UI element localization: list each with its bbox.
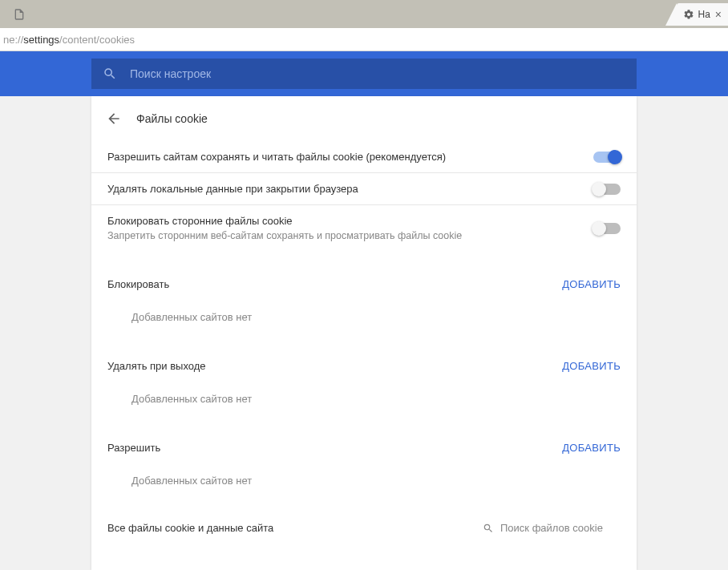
section-title: Блокировать [107, 278, 169, 290]
add-button[interactable]: ДОБАВИТЬ [562, 278, 621, 290]
settings-panel: Файлы cookie Разрешить сайтам сохранять … [91, 96, 637, 570]
toggle-allow-cookies[interactable] [593, 152, 621, 163]
toggle-block-third-party[interactable] [593, 223, 621, 234]
close-icon[interactable]: × [715, 9, 722, 20]
search-icon [103, 67, 117, 81]
setting-label: Удалять локальные данные при закрытии бр… [107, 183, 593, 195]
section-allow: Разрешить ДОБАВИТЬ Добавленных сайтов не… [91, 429, 637, 511]
address-bar[interactable]: ne://settings/content/cookies [0, 28, 728, 51]
cookie-search-box[interactable] [483, 522, 621, 534]
section-delete-on-exit: Удалять при выходе ДОБАВИТЬ Добавленных … [91, 347, 637, 429]
setting-allow-cookies: Разрешить сайтам сохранять и читать файл… [91, 141, 637, 173]
url-suffix: /content/cookies [59, 34, 135, 46]
back-button[interactable] [106, 111, 122, 127]
add-button[interactable]: ДОБАВИТЬ [562, 442, 621, 454]
all-cookies-title: Все файлы cookie и данные сайта [107, 522, 273, 534]
setting-label: Разрешить сайтам сохранять и читать файл… [107, 151, 593, 163]
empty-list-text: Добавленных сайтов нет [107, 380, 621, 418]
section-title: Разрешить [107, 442, 160, 454]
all-cookies-row: Все файлы cookie и данные сайта [91, 511, 637, 545]
toggle-knob [592, 221, 606, 236]
settings-search-input[interactable] [130, 67, 625, 80]
browser-tab-bar: На × [0, 0, 728, 28]
url-highlight: settings [23, 34, 59, 46]
toggle-delete-on-close[interactable] [593, 184, 621, 195]
setting-block-third-party: Блокировать сторонние файлы cookie Запре… [91, 205, 637, 251]
setting-label: Блокировать сторонние файлы cookie [107, 215, 593, 227]
setting-delete-on-close: Удалять локальные данные при закрытии бр… [91, 173, 637, 205]
setting-sublabel: Запретить сторонним веб-сайтам сохранять… [107, 230, 593, 241]
section-title: Удалять при выходе [107, 360, 206, 372]
tab-title: На [698, 9, 710, 20]
page-title: Файлы cookie [136, 112, 208, 125]
empty-list-text: Добавленных сайтов нет [107, 298, 621, 336]
content-area: Файлы cookie Разрешить сайтам сохранять … [0, 96, 728, 570]
search-icon [483, 523, 494, 534]
cookie-search-input[interactable] [500, 522, 621, 534]
empty-list-text: Добавленных сайтов нет [107, 462, 621, 499]
panel-header: Файлы cookie [91, 96, 637, 141]
settings-search-box[interactable] [91, 59, 637, 89]
add-button[interactable]: ДОБАВИТЬ [562, 360, 621, 372]
gear-icon [683, 9, 694, 20]
settings-header [0, 51, 728, 96]
url-prefix: ne:// [3, 34, 23, 46]
new-tab-icon[interactable] [8, 3, 30, 26]
section-block: Блокировать ДОБАВИТЬ Добавленных сайтов … [91, 265, 637, 347]
toggle-knob [592, 182, 606, 196]
browser-tab[interactable]: На × [677, 3, 728, 26]
toggle-knob [608, 150, 622, 164]
